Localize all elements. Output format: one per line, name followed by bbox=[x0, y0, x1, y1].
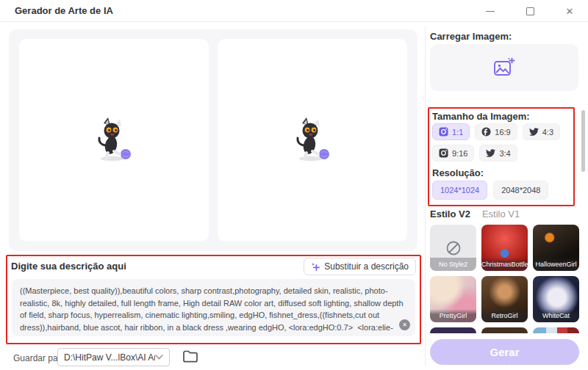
style-thumb-label: PrettyGirl bbox=[430, 309, 476, 322]
replace-description-label: Substituir a descrição bbox=[324, 261, 409, 272]
style-thumb-partial[interactable] bbox=[430, 327, 476, 333]
prompt-textarea[interactable]: ((Masterpiece, best quality)),beautiful … bbox=[12, 279, 415, 336]
style-tabs: Estilo V2 Estilo V1 bbox=[430, 208, 520, 220]
style-thumb-prettygirl[interactable]: PrettyGirl bbox=[430, 276, 476, 322]
window-controls: ✕ bbox=[485, 0, 575, 22]
save-path-dropdown[interactable]: D:\HitPaw V...lBox\AI Art bbox=[57, 348, 170, 366]
style-thumb-label: RetroGirl bbox=[481, 309, 528, 322]
preview-card-2 bbox=[218, 39, 407, 242]
facebook-icon bbox=[481, 127, 491, 137]
clear-icon: ✕ bbox=[402, 322, 407, 328]
twitter-icon bbox=[486, 149, 495, 157]
loading-cat-mascot bbox=[284, 117, 340, 163]
ratio-label: 16:9 bbox=[495, 128, 510, 137]
chevron-down-icon bbox=[155, 355, 163, 360]
ratio-option-1-1[interactable]: 1:1 bbox=[432, 123, 470, 140]
style-thumb-partial[interactable] bbox=[481, 327, 528, 333]
ratio-label: 9:16 bbox=[452, 149, 467, 158]
aspect-ratio-options: 1:1 16:9 4:3 9:16 bbox=[432, 123, 576, 162]
loading-cat-mascot bbox=[86, 117, 142, 163]
preview-canvas bbox=[9, 29, 417, 251]
replace-description-button[interactable]: Substituir a descrição bbox=[304, 258, 416, 275]
clear-prompt-button[interactable]: ✕ bbox=[399, 319, 410, 330]
image-size-label: Tamanho da Imagem: bbox=[432, 111, 530, 122]
minimize-button[interactable] bbox=[485, 6, 495, 16]
style-thumb-partial[interactable] bbox=[533, 327, 579, 333]
add-image-icon bbox=[493, 57, 515, 78]
resolution-label: Resolução: bbox=[432, 167, 484, 178]
style-thumb-christmasbottle[interactable]: ChristmasBottle bbox=[481, 225, 528, 271]
style-thumb-label: WhiteCat bbox=[533, 309, 579, 322]
panel-scrollbar[interactable] bbox=[581, 110, 585, 172]
folder-icon bbox=[182, 349, 198, 363]
magic-add-icon bbox=[311, 262, 320, 272]
description-title: Digite sua descrição aqui bbox=[11, 261, 126, 272]
titlebar: Gerador de Arte de IA ✕ bbox=[0, 0, 588, 22]
close-icon: ✕ bbox=[566, 6, 574, 17]
resolution-option-1024[interactable]: 1024*1024 bbox=[432, 181, 487, 200]
style-grid: No Style2 ChristmasBottle HalloweenGirl … bbox=[430, 225, 580, 333]
preview-card-1 bbox=[19, 39, 209, 242]
maximize-icon bbox=[526, 7, 534, 15]
style-thumb-retrogirl[interactable]: RetroGirl bbox=[481, 276, 528, 322]
ratio-option-9-16[interactable]: 9:16 bbox=[432, 145, 474, 162]
twitter-icon bbox=[529, 128, 539, 136]
open-folder-button[interactable] bbox=[182, 349, 198, 366]
minimize-icon bbox=[486, 11, 495, 12]
instagram-icon bbox=[439, 127, 448, 137]
no-style-icon bbox=[445, 240, 462, 256]
style-thumb-halloweengirl[interactable]: HalloweenGirl bbox=[533, 225, 579, 271]
page-title: Gerador de Arte de IA bbox=[15, 0, 113, 22]
ai-art-generator-window: Gerador de Arte de IA ✕ bbox=[0, 0, 588, 370]
upload-image-dropzone[interactable] bbox=[430, 44, 578, 91]
panel-divider bbox=[425, 26, 426, 366]
style-thumb-label: ChristmasBottle bbox=[481, 258, 528, 271]
style-thumb-label: No Style2 bbox=[430, 258, 476, 271]
tab-estilo-v1[interactable]: Estilo V1 bbox=[482, 208, 520, 220]
ratio-label: 1:1 bbox=[452, 128, 463, 137]
style-thumb-no-style[interactable]: No Style2 bbox=[430, 225, 476, 271]
maximize-button[interactable] bbox=[525, 6, 535, 16]
resolution-option-2048[interactable]: 2048*2048 bbox=[493, 181, 548, 200]
instagram-icon bbox=[439, 148, 448, 158]
ratio-option-3-4[interactable]: 3:4 bbox=[479, 145, 517, 162]
generate-button[interactable]: Gerar bbox=[430, 339, 579, 365]
resolution-options: 1024*1024 2048*2048 bbox=[432, 181, 548, 200]
description-section: Digite sua descrição aqui Substituir a d… bbox=[6, 255, 421, 344]
ratio-label: 4:3 bbox=[542, 128, 553, 137]
tab-estilo-v2[interactable]: Estilo V2 bbox=[430, 208, 470, 220]
ratio-option-4-3[interactable]: 4:3 bbox=[523, 123, 560, 140]
style-thumb-whitecat[interactable]: WhiteCat bbox=[533, 276, 579, 322]
save-path-value: D:\HitPaw V...lBox\AI Art bbox=[64, 352, 155, 363]
style-thumb-label: HalloweenGirl bbox=[533, 258, 579, 271]
upload-section-label: Carregar Imagem: bbox=[430, 31, 512, 42]
ratio-label: 3:4 bbox=[499, 149, 510, 158]
close-button[interactable]: ✕ bbox=[564, 6, 575, 16]
ratio-option-16-9[interactable]: 16:9 bbox=[475, 123, 517, 140]
